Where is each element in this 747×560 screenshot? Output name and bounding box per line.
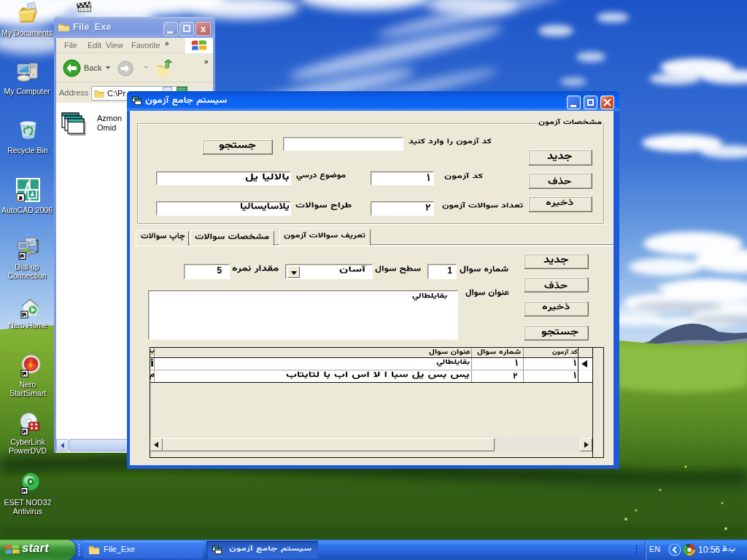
svg-text:1: 1 xyxy=(87,7,89,12)
svg-text:3: 3 xyxy=(80,7,82,12)
svg-text:2: 2 xyxy=(82,7,85,12)
